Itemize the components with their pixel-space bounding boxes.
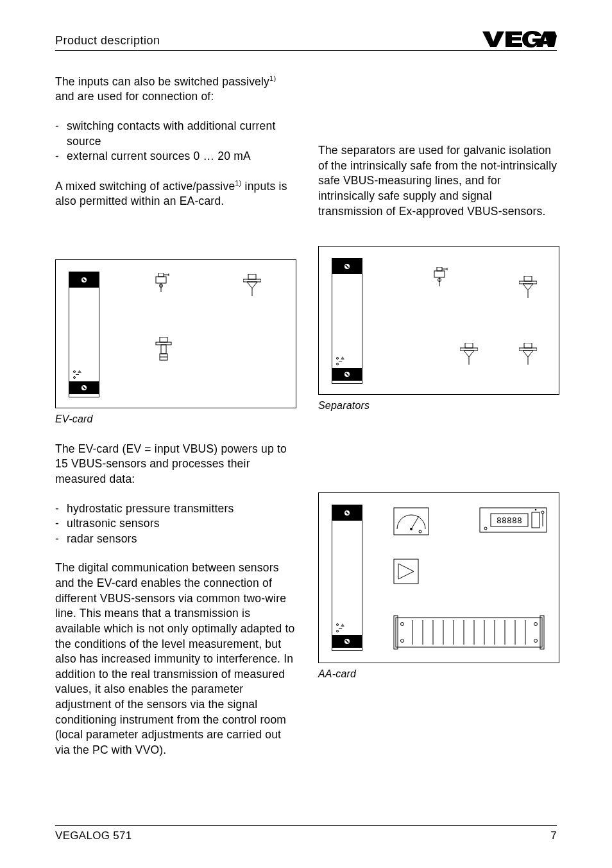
svg-rect-7 [243, 279, 261, 282]
svg-marker-31 [523, 351, 533, 357]
bullet-item: ultrasonic sensors [67, 516, 296, 532]
svg-rect-10 [160, 337, 167, 342]
digital-display-icon: 88888 [479, 507, 547, 533]
gauge-icon [393, 507, 429, 535]
svg-marker-27 [464, 351, 474, 357]
svg-rect-21 [524, 276, 532, 281]
transmitter-icon [433, 267, 451, 289]
text: and are used for connection of: [55, 90, 214, 103]
bullet-item: switching contacts with additional curre… [67, 119, 296, 149]
figure-caption: Separators [318, 399, 559, 413]
svg-rect-18 [434, 271, 445, 277]
svg-rect-3 [156, 277, 166, 283]
vega-logo [482, 31, 557, 48]
svg-point-36 [419, 530, 421, 533]
page-footer: VEGALOG 571 7 [55, 825, 557, 842]
svg-point-52 [534, 639, 538, 642]
svg-rect-15 [437, 267, 442, 271]
figure-aa-card: 88888 [318, 492, 559, 663]
page-number: 7 [550, 829, 557, 842]
bullet-list: -switching contacts with additional curr… [55, 119, 296, 164]
svg-rect-44 [394, 559, 418, 584]
card-slot-icon [69, 272, 99, 397]
paragraph: The separators are used for galvanic iso… [318, 143, 559, 219]
svg-rect-22 [519, 281, 537, 284]
svg-rect-12 [161, 345, 166, 354]
display-value: 88888 [497, 516, 522, 525]
svg-rect-0 [158, 273, 164, 277]
bullet-item: radar sensors [67, 532, 296, 547]
svg-marker-23 [523, 284, 533, 290]
svg-point-38 [484, 527, 487, 530]
svg-rect-26 [460, 348, 478, 351]
right-column: The separators are used for galvanic iso… [318, 74, 559, 772]
svg-point-50 [401, 639, 404, 642]
figure-ev-card [55, 259, 296, 408]
text: The inputs can also be switched passivel… [55, 75, 269, 88]
footnote-marker: 1) [269, 74, 276, 82]
figure-caption: EV-card [55, 412, 296, 426]
section-title: Product description [55, 34, 160, 48]
svg-line-34 [411, 516, 419, 529]
transmitter-icon [155, 337, 173, 363]
figure-separators [318, 246, 559, 395]
tank-sensor-icon [519, 276, 537, 299]
svg-rect-6 [248, 274, 256, 279]
card-slot-icon [332, 258, 362, 384]
bullet-list: -hydrostatic pressure transmitters -ultr… [55, 501, 296, 547]
paragraph: The EV-card (EV = input VBUS) powers up … [55, 442, 296, 487]
bullet-item: external current sources 0 … 20 mA [67, 149, 296, 164]
svg-rect-30 [519, 348, 537, 351]
tank-sensor-icon [460, 343, 478, 366]
card-slot-icon [332, 505, 362, 651]
svg-rect-25 [465, 343, 473, 348]
transmitter-icon [155, 273, 173, 295]
text: A mixed switching of active/passive [55, 180, 235, 193]
svg-marker-45 [398, 564, 414, 579]
svg-rect-46 [396, 618, 542, 647]
paragraph: The inputs can also be switched passivel… [55, 74, 296, 105]
svg-point-41 [541, 511, 544, 514]
terminal-strip-icon [393, 615, 545, 650]
left-column: The inputs can also be switched passivel… [55, 74, 296, 772]
bullet-item: hydrostatic pressure transmitters [67, 501, 296, 517]
product-name: VEGALOG 571 [55, 829, 132, 842]
footnote-marker: 1) [235, 179, 241, 187]
svg-point-49 [401, 622, 404, 625]
svg-rect-40 [532, 512, 540, 528]
svg-point-43 [535, 508, 537, 510]
svg-point-51 [534, 622, 538, 625]
svg-rect-11 [156, 342, 171, 345]
svg-point-35 [410, 528, 412, 530]
amplifier-icon [393, 559, 419, 584]
figure-caption: AA-card [318, 667, 559, 681]
tank-sensor-icon [243, 274, 261, 297]
svg-rect-29 [524, 343, 532, 348]
paragraph: A mixed switching of active/passive1) in… [55, 178, 296, 209]
paragraph: The digital communication between sensor… [55, 560, 296, 758]
svg-marker-8 [247, 282, 257, 288]
tank-sensor-icon [519, 343, 537, 366]
